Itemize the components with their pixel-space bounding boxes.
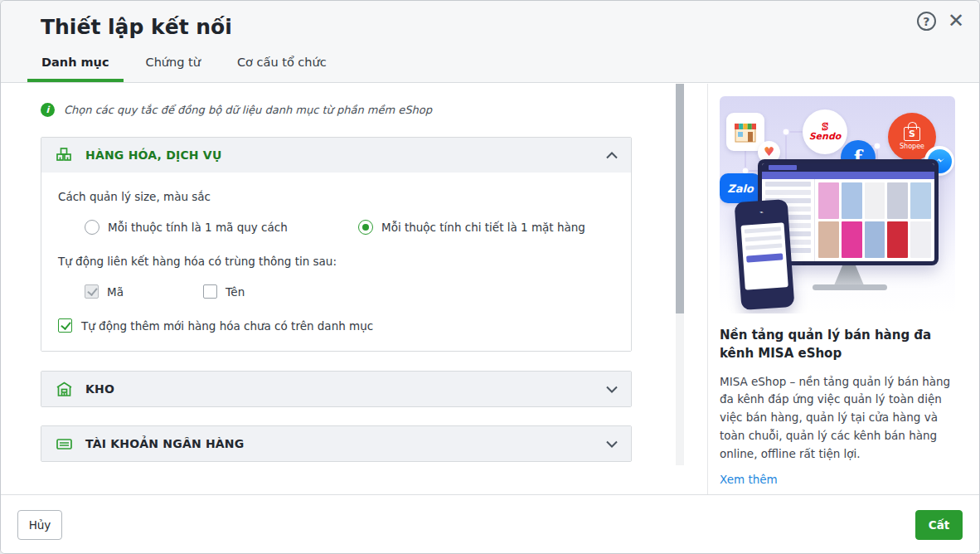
promo-heading: Nền tảng quản lý bán hàng đa kênh MISA e… [720,327,953,363]
promo-body: MISA eShop – nền tảng quản lý bán hàng đ… [720,373,953,464]
radio-option-ma-quy-cach[interactable]: Mỗi thuộc tính là 1 mã quy cách [85,220,358,235]
chevron-down-icon [606,440,618,448]
radio-option-mat-hang[interactable]: Mỗi thuộc tính chi tiết là 1 mặt hàng [358,220,585,235]
screen-navbar [762,172,934,179]
help-icon[interactable]: ? [917,12,936,31]
radio-icon[interactable] [358,220,373,235]
checkbox-option-ma: Mã [85,284,203,299]
checkbox-label: Mã [107,285,124,299]
chevron-down-icon [606,386,618,393]
connection-settings-dialog: Thiết lập kết nối ? ✕ Danh mục Chứng từ … [0,0,980,554]
shopping-bag-icon: S [904,127,920,141]
omnichannel-illustration: ♥ ꕷ Sendo S Shopee f [720,96,955,313]
info-row: i Chọn các quy tắc để đồng bộ dữ liệu da… [41,103,432,117]
section-header-hang-hoa[interactable]: HÀNG HÓA, DỊCH VỤ [41,138,631,173]
tab-bar: Danh mục Chứng từ Cơ cấu tổ chức [27,56,341,82]
dialog-body: i Chọn các quy tắc để đồng bộ dữ liệu da… [1,84,979,494]
dialog-header: Thiết lập kết nối ? ✕ Danh mục Chứng từ … [1,1,979,83]
info-text: Chọn các quy tắc để đồng bộ dữ liệu danh… [64,104,432,116]
size-color-label: Cách quản lý size, màu sắc [58,190,614,203]
cancel-button[interactable]: Hủy [17,510,62,540]
section-hang-hoa-dich-vu: HÀNG HÓA, DỊCH VỤ Cách quản lý size, màu… [41,137,632,352]
radio-label: Mỗi thuộc tính chi tiết là 1 mặt hàng [381,221,585,234]
section-title: TÀI KHOẢN NGÂN HÀNG [85,437,244,450]
phone-logo: ⌁ [740,207,783,217]
scrollbar-thumb[interactable] [676,84,684,313]
product-grid [815,179,934,261]
dialog-footer: Hủy Cất [1,494,979,553]
warehouse-icon [55,381,73,398]
vertical-scrollbar[interactable] [676,84,684,465]
header-icons: ? ✕ [917,12,968,31]
checkbox-option-auto-add[interactable]: Tự động thêm mới hàng hóa chưa có trên d… [58,318,614,333]
chevron-up-icon [606,152,618,159]
radio-label: Mỗi thuộc tính là 1 mã quy cách [108,221,288,234]
storefront-icon [726,113,764,151]
tab-chung-tu[interactable]: Chứng từ [132,56,215,82]
sendo-logo: ꕷ Sendo [803,109,847,154]
tab-co-cau-to-chuc[interactable]: Cơ cấu tổ chức [223,56,341,82]
see-more-link[interactable]: Xem thêm [720,473,778,486]
info-icon: i [41,103,55,117]
auto-link-options: Mã Tên [58,284,614,299]
save-button[interactable]: Cất [915,510,963,540]
section-header-kho[interactable]: KHO [41,372,631,406]
mobile-phone: ⌁ [735,199,795,310]
auto-link-label: Tự động liên kết hàng hóa có trùng thông… [58,255,614,268]
monitor-base [813,284,887,290]
screen-titlebar [762,163,934,172]
checkbox-icon [85,284,99,299]
goods-icon [55,147,73,164]
checkbox-option-ten[interactable]: Tên [203,284,245,299]
section-kho: KHO [41,371,632,407]
page-title: Thiết lập kết nối [41,15,232,39]
radio-icon[interactable] [85,220,99,235]
checkbox-label: Tự động thêm mới hàng hóa chưa có trên d… [81,319,373,333]
zalo-logo: Zalo [720,173,761,203]
section-title: HÀNG HÓA, DỊCH VỤ [85,148,221,162]
checkbox-label: Tên [226,285,245,299]
tab-danh-muc[interactable]: Danh mục [27,56,124,82]
section-body: Cách quản lý size, màu sắc Mỗi thuộc tín… [41,173,631,351]
section-tai-khoan-ngan-hang: TÀI KHOẢN NGÂN HÀNG [41,425,632,462]
close-icon[interactable]: ✕ [944,12,968,31]
section-header-bank[interactable]: TÀI KHOẢN NGÂN HÀNG [41,426,631,461]
section-title: KHO [85,382,114,396]
phone-login-card [740,222,788,289]
checkbox-icon[interactable] [203,284,217,299]
checkbox-icon[interactable] [58,318,72,333]
bank-card-icon [55,435,73,453]
promo-panel: ♥ ꕷ Sendo S Shopee f [707,84,980,494]
size-color-options: Mỗi thuộc tính là 1 mã quy cách Mỗi thuộ… [58,220,614,235]
